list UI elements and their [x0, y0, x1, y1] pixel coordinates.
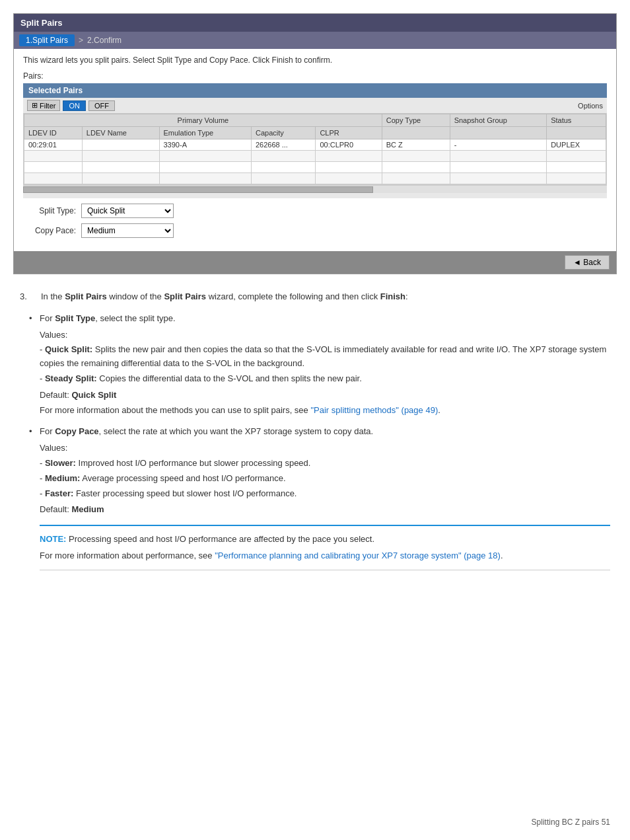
bullet2-values-label: Values: — [40, 441, 610, 455]
split-type-label: Split Type: — [23, 206, 76, 215]
filter-button[interactable]: ⊞ Filter — [27, 100, 60, 111]
spacer — [23, 193, 607, 198]
col-ldev-name: LDEV Name — [82, 127, 159, 139]
off-button[interactable]: OFF — [88, 100, 115, 111]
bullet1-default: Default: Quick Split — [40, 389, 610, 402]
note-box: NOTE: Processing speed and host I/O perf… — [40, 525, 610, 570]
table-row — [24, 173, 606, 184]
copy-pace-label: Copy Pace: — [23, 226, 76, 235]
filter-label: Filter — [40, 102, 55, 110]
main-text-area: 3. In the Split Pairs window of the Spli… — [13, 290, 617, 570]
bullet-list: For Split Type, select the split type. V… — [20, 312, 610, 570]
col-capacity: Capacity — [251, 127, 315, 139]
split-pairs-dialog: Split Pairs 1.Split Pairs > 2.Confirm Th… — [13, 13, 617, 274]
note-label: NOTE: — [40, 534, 66, 544]
col-primary-volume: Primary Volume — [24, 114, 382, 127]
cell-status: DUPLEX — [547, 139, 606, 151]
dialog-tabs: 1.Split Pairs > 2.Confirm — [14, 32, 616, 49]
bullet-item-split-type: For Split Type, select the split type. V… — [40, 312, 610, 418]
split-type-select[interactable]: Quick Split Steady Split — [81, 204, 174, 218]
dialog-description: This wizard lets you split pairs. Select… — [23, 56, 607, 65]
table-row — [24, 162, 606, 173]
step-number: 3. — [20, 290, 36, 304]
bullet1-values-label: Values: — [40, 328, 610, 342]
options-button[interactable]: Options — [578, 102, 603, 110]
pair-splitting-link[interactable]: "Pair splitting methods" (page 49) — [310, 405, 438, 415]
tab-confirm[interactable]: 2.Confirm — [87, 36, 122, 45]
bullet-item-copy-pace: For Copy Pace, select the rate at which … — [40, 425, 610, 570]
note-text1: Processing speed and host I/O performanc… — [66, 534, 374, 544]
page-footer-text: Splitting BC Z pairs 51 — [532, 818, 610, 827]
col-status-sub — [547, 127, 606, 139]
copy-pace-select[interactable]: Slower Medium Faster — [81, 223, 174, 238]
table-row — [24, 151, 606, 162]
copy-pace-row: Copy Pace: Slower Medium Faster — [23, 223, 607, 238]
table-row: 00:29:01 3390-A 262668 ... 00:CLPR0 BC Z… — [24, 139, 606, 151]
cell-capacity: 262668 ... — [251, 139, 315, 151]
filter-bar: ⊞ Filter ON OFF Options — [23, 98, 607, 113]
tab-split-pairs[interactable]: 1.Split Pairs — [19, 34, 75, 46]
selected-pairs-header: Selected Pairs — [23, 83, 607, 98]
dialog-title: Split Pairs — [20, 18, 63, 28]
step-intro-text: In the Split Pairs window of the Split P… — [41, 290, 408, 304]
performance-link[interactable]: "Performance planning and calibrating yo… — [215, 551, 501, 560]
col-snapshot-group: Snapshot Group — [450, 114, 547, 127]
step-intro: 3. In the Split Pairs window of the Spli… — [20, 290, 610, 304]
bullet2-value3: - Faster: Faster processing speed but sl… — [40, 487, 610, 501]
scrollbar-thumb[interactable] — [23, 186, 373, 193]
split-type-row: Split Type: Quick Split Steady Split — [23, 204, 607, 218]
dialog-footer: ◄ Back — [14, 251, 616, 274]
col-status: Status — [547, 114, 606, 127]
cell-copy-type: BC Z — [382, 139, 450, 151]
bullet1-value2: - Steady Split: Copies the differential … — [40, 372, 610, 386]
dialog-body: This wizard lets you split pairs. Select… — [14, 49, 616, 245]
pairs-label: Pairs: — [23, 71, 607, 81]
bullet2-value1: - Slower: Improved host I/O performance … — [40, 457, 610, 471]
horizontal-scrollbar[interactable] — [23, 185, 607, 193]
pairs-table: Primary Volume Copy Type Snapshot Group … — [24, 114, 606, 184]
cell-ldev-name — [82, 139, 159, 151]
page-footer: Splitting BC Z pairs 51 — [532, 818, 610, 827]
on-button[interactable]: ON — [63, 100, 86, 111]
col-emulation-type: Emulation Type — [159, 127, 251, 139]
bullet2-default: Default: Medium — [40, 503, 610, 517]
tab-separator: > — [79, 36, 83, 45]
note-line2: For more information about performance, … — [40, 549, 610, 563]
cell-clpr: 00:CLPR0 — [316, 139, 382, 151]
filter-icon: ⊞ — [32, 101, 38, 110]
col-copy-type-sub — [382, 127, 450, 139]
back-button[interactable]: ◄ Back — [565, 255, 610, 270]
cell-ldev-id: 00:29:01 — [24, 139, 83, 151]
dialog-titlebar: Split Pairs — [14, 14, 616, 32]
filter-bar-left: ⊞ Filter ON OFF — [27, 100, 115, 111]
col-snapshot-group-sub — [450, 127, 547, 139]
bullet2-text: For Copy Pace, select the rate at which … — [40, 425, 610, 439]
bullet1-value1: - Quick Split: Splits the new pair and t… — [40, 343, 610, 371]
bullet1-text: For Split Type, select the split type. — [40, 312, 610, 326]
col-copy-type: Copy Type — [382, 114, 450, 127]
col-ldev-id: LDEV ID — [24, 127, 83, 139]
cell-emulation-type: 3390-A — [159, 139, 251, 151]
table-container: Primary Volume Copy Type Snapshot Group … — [23, 113, 607, 185]
bottom-spacer — [13, 578, 617, 611]
note-line1: NOTE: Processing speed and host I/O perf… — [40, 533, 610, 547]
bullet1-more-info: For more information about the methods y… — [40, 404, 610, 418]
bullet2-value2: - Medium: Average processing speed and h… — [40, 472, 610, 486]
cell-snapshot-group: - — [450, 139, 547, 151]
col-clpr: CLPR — [316, 127, 382, 139]
